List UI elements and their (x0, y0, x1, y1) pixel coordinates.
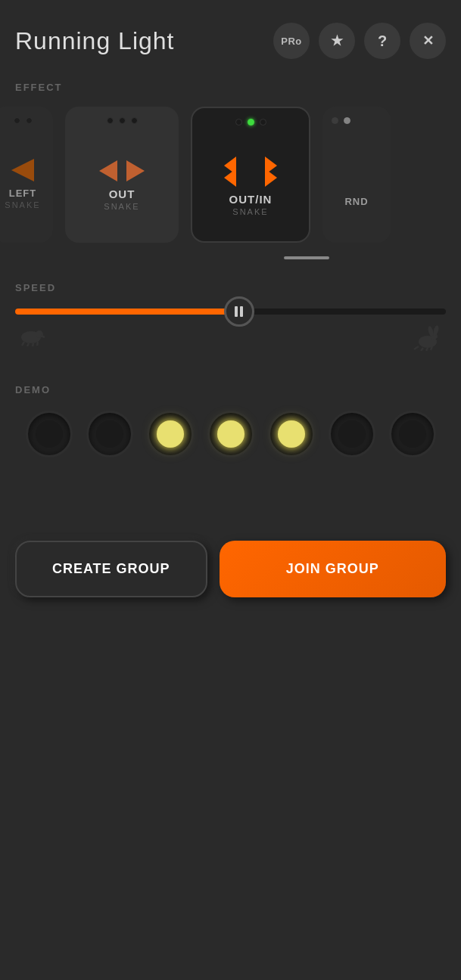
svg-line-18 (414, 346, 419, 349)
demo-dot-1[interactable] (26, 411, 73, 457)
card-dots-outin (235, 119, 266, 126)
close-button[interactable]: ✕ (410, 23, 446, 59)
effect-card-left[interactable]: LEFT SNAKE (0, 107, 53, 243)
demo-dot-inner-3 (157, 420, 184, 448)
demo-dot-inner-5 (278, 420, 305, 448)
dot-white (344, 117, 350, 124)
pro-button[interactable]: PRo (273, 23, 310, 59)
join-group-button[interactable]: JOIN GROUP (220, 541, 446, 597)
dot-green (248, 119, 254, 126)
fast-icon (411, 325, 444, 354)
demo-dot-inner-2 (96, 420, 123, 448)
demo-dot-2[interactable] (86, 411, 133, 457)
dot (26, 117, 33, 124)
svg-marker-6 (224, 169, 236, 187)
header: Running Light PRo ★ ? ✕ (0, 0, 461, 74)
svg-marker-5 (265, 169, 277, 187)
svg-line-20 (426, 348, 428, 351)
outin-arrow-icon (221, 152, 280, 193)
effect-type-outin: SNAKE (232, 207, 268, 216)
out-arrow-icon (96, 157, 148, 188)
effect-type-out: SNAKE (104, 202, 139, 211)
pause-bar-left (235, 306, 238, 317)
demo-dot-inner-4 (217, 420, 245, 448)
speed-fill (15, 309, 239, 315)
effect-section: EFFECT LEFT SNAKE (0, 74, 461, 259)
effect-name-outin: OUT/IN (229, 193, 273, 206)
speed-icons (15, 325, 446, 354)
pause-bar-right (240, 306, 243, 317)
demo-section: DEMO (0, 369, 461, 473)
left-arrow-icon (4, 156, 42, 188)
dot (260, 119, 266, 126)
svg-line-11 (33, 343, 33, 346)
svg-line-10 (27, 343, 29, 346)
effect-type-left: SNAKE (5, 200, 40, 209)
svg-line-12 (37, 342, 38, 346)
help-icon: ? (378, 33, 387, 50)
speed-section: SPEED (0, 259, 461, 369)
app-title: Running Light (15, 27, 264, 55)
scroll-bar (284, 256, 329, 259)
create-group-button[interactable]: CREATE GROUP (15, 541, 207, 597)
demo-dot-inner-6 (338, 420, 366, 448)
star-button[interactable]: ★ (319, 23, 355, 59)
card-dots-left (14, 117, 33, 124)
demo-dot-6[interactable] (329, 411, 375, 457)
dot-gray (332, 117, 338, 124)
dot (119, 117, 126, 124)
effect-carousel: LEFT SNAKE OUT SNAKE (0, 99, 461, 250)
effect-name-out: OUT (109, 188, 135, 200)
dot (235, 119, 242, 126)
card-dots-rnd (332, 117, 350, 124)
effect-card-out[interactable]: OUT SNAKE (65, 107, 179, 243)
demo-dot-4[interactable] (207, 411, 254, 457)
demo-dot-3[interactable] (147, 411, 194, 457)
rnd-icon (338, 166, 375, 196)
demo-dot-7[interactable] (389, 411, 436, 457)
demo-label: DEMO (15, 384, 446, 395)
bottom-buttons: CREATE GROUP JOIN GROUP (0, 518, 461, 612)
dot (14, 117, 20, 124)
dot (131, 117, 138, 124)
svg-line-19 (421, 348, 423, 351)
effect-card-rnd[interactable]: RND (322, 107, 391, 243)
speed-track (15, 309, 446, 315)
speed-label: SPEED (15, 282, 446, 293)
dot (107, 117, 114, 124)
svg-marker-2 (126, 160, 145, 181)
svg-marker-1 (99, 160, 117, 181)
effect-name-left: LEFT (9, 188, 37, 199)
svg-line-9 (22, 342, 24, 346)
speed-slider-container[interactable] (15, 309, 446, 354)
slow-icon (17, 325, 45, 354)
close-icon: ✕ (422, 33, 434, 49)
card-dots-out (107, 117, 138, 124)
effect-card-outin[interactable]: OUT/IN SNAKE (191, 107, 310, 243)
svg-marker-0 (11, 159, 34, 181)
effect-label: EFFECT (0, 74, 461, 99)
star-icon: ★ (331, 33, 343, 49)
demo-dots (15, 411, 446, 457)
demo-dot-inner-7 (399, 420, 426, 448)
demo-dot-inner-1 (36, 420, 63, 448)
effect-name-rnd: RND (344, 196, 368, 207)
demo-dot-5[interactable] (268, 411, 315, 457)
help-button[interactable]: ? (364, 23, 400, 59)
speed-thumb[interactable] (224, 296, 254, 327)
pause-icon (235, 306, 243, 317)
